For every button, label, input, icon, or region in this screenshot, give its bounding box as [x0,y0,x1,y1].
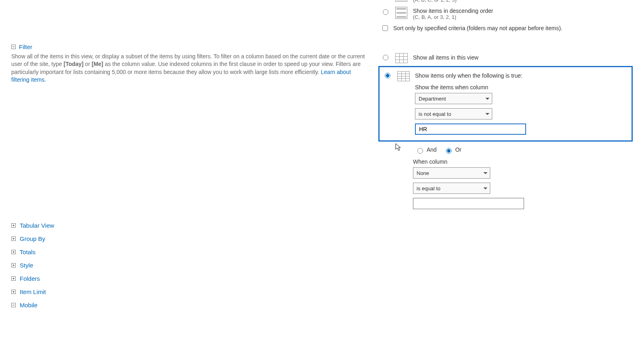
sort-desc-icon [395,7,407,19]
filter-section-title: Filter [19,43,32,50]
section-totals[interactable]: Totals [20,249,35,255]
show-when-column-label: Show the items when column [415,84,627,90]
chevron-down-icon [485,98,489,100]
sort-only-label: Sort only by specified criteria (folders… [393,25,562,31]
section-mobile[interactable]: Mobile [20,302,37,309]
expand-icon[interactable] [11,250,16,254]
sort-only-checkbox[interactable] [382,25,388,31]
filter-column-2-value: None [417,170,429,176]
filter-description: Show all of the items in this view, or d… [11,53,365,84]
filter-column-1-select[interactable]: Department [415,93,492,104]
filter-show-when-radio[interactable] [385,73,390,78]
chevron-down-icon [485,113,489,115]
filter-value-2-input[interactable] [413,198,524,209]
expand-icon[interactable] [11,290,16,294]
expand-icon[interactable] [11,276,16,281]
filter-operator-1-value: is not equal to [419,111,451,117]
filter-or-radio[interactable] [446,148,452,154]
sort-desc-hint: (C, B, A, or 3, 2, 1) [413,14,493,20]
collapse-icon[interactable] [11,45,16,49]
sort-desc-radio[interactable] [383,9,388,15]
filter-show-all-label: Show all items in this view [413,53,479,61]
filter-operator-2-value: is equal to [417,185,440,191]
filter-operator-1-select[interactable]: is not equal to [415,108,492,119]
when-column-2-label: When column [413,158,633,165]
filter-column-1-value: Department [419,96,446,102]
filter-and-option[interactable]: And [415,146,437,154]
section-style[interactable]: Style [20,262,33,269]
sort-desc-label: Show items in descending order [413,8,493,14]
filter-highlight-box: Show items only when the following is tr… [378,66,633,142]
filter-or-option[interactable]: Or [444,146,462,154]
chevron-down-icon [483,172,487,174]
filter-value-1-input[interactable] [415,123,526,135]
expand-icon[interactable] [11,263,16,267]
chevron-down-icon [483,187,487,189]
filter-and-radio[interactable] [417,148,423,154]
filter-column-2-select[interactable]: None [413,167,490,179]
sort-asc-hint: (A, B, C, or 1, 2, 3) [413,0,490,3]
filter-operator-2-select[interactable]: is equal to [413,183,490,194]
sort-asc-icon [395,0,407,2]
section-folders[interactable]: Folders [20,275,40,282]
filter-show-when-label: Show items only when the following is tr… [415,71,522,79]
table-filtered-icon [397,71,409,81]
filter-show-all-radio[interactable] [383,55,388,60]
collapse-icon[interactable] [11,303,16,307]
expand-icon[interactable] [11,237,16,241]
section-tabular-view[interactable]: Tabular View [20,222,54,229]
table-all-icon [395,53,407,63]
expand-icon[interactable] [11,223,16,228]
section-item-limit[interactable]: Item Limit [20,288,46,295]
section-group-by[interactable]: Group By [20,235,45,242]
